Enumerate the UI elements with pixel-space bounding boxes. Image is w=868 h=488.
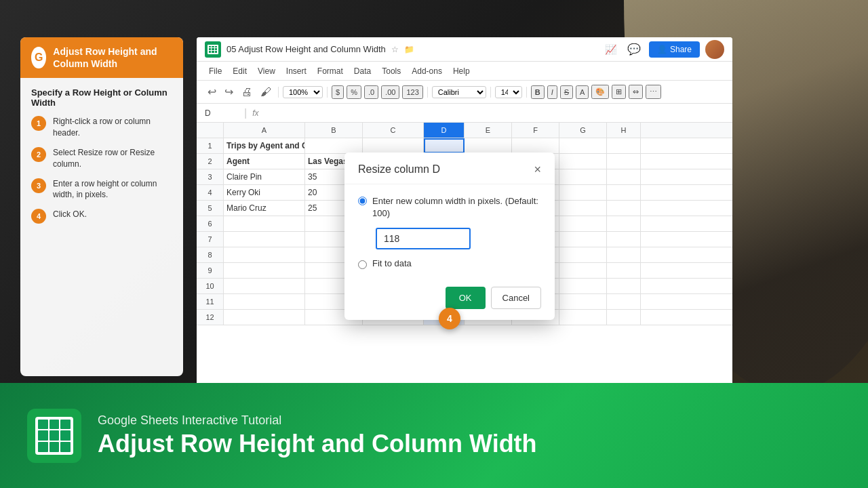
banner-subtitle: Google Sheets Interactive Tutorial <box>98 413 537 428</box>
cell-g3[interactable] <box>559 169 607 184</box>
cell-g1[interactable] <box>559 138 607 153</box>
cell-g5[interactable] <box>559 201 607 216</box>
cell-h3[interactable] <box>607 169 641 184</box>
cell-g4[interactable] <box>559 185 607 200</box>
paint-format-button[interactable]: 🖌 <box>258 85 274 100</box>
share-button[interactable]: 👤 Share <box>649 41 700 58</box>
cell-e1[interactable] <box>465 138 512 153</box>
fill-color-button[interactable]: 🎨 <box>591 85 609 99</box>
banner-icon-cell-5 <box>50 430 60 441</box>
bold-button[interactable]: B <box>531 85 545 99</box>
cell-a2[interactable]: Agent <box>224 154 305 169</box>
redo-button[interactable]: ↪ <box>222 84 236 100</box>
col-header-g[interactable]: G <box>559 123 607 138</box>
col-header-c[interactable]: C <box>363 123 424 138</box>
pixel-radio-input[interactable] <box>358 197 367 205</box>
cell-a12[interactable] <box>224 310 305 325</box>
menu-format[interactable]: Format <box>313 65 347 77</box>
cell-g6[interactable] <box>559 216 607 231</box>
cell-a6[interactable] <box>224 216 305 231</box>
decimal-up-button[interactable]: .00 <box>381 85 399 99</box>
currency-button[interactable]: $ <box>332 85 344 99</box>
banner-icon-cell-9 <box>60 442 71 452</box>
cell-h1[interactable] <box>607 138 641 153</box>
font-size-select[interactable]: 14 <box>495 86 522 98</box>
percent-button[interactable]: % <box>347 85 361 99</box>
cell-h7[interactable] <box>607 232 641 247</box>
cell-h9[interactable] <box>607 263 641 278</box>
menu-view[interactable]: View <box>254 65 279 77</box>
cell-a1[interactable]: Trips by Agent and City <box>224 138 305 153</box>
cell-h5[interactable] <box>607 201 641 216</box>
cell-a9[interactable] <box>224 263 305 278</box>
more-button[interactable]: ⋯ <box>646 85 661 99</box>
dialog-close-button[interactable]: × <box>534 163 541 176</box>
cell-h4[interactable] <box>607 185 641 200</box>
cell-d1[interactable] <box>424 138 465 153</box>
cell-h2[interactable] <box>607 154 641 169</box>
cell-a11[interactable] <box>224 294 305 309</box>
cell-c1[interactable] <box>363 138 424 153</box>
star-icon[interactable]: ☆ <box>391 45 399 54</box>
cell-h11[interactable] <box>607 294 641 309</box>
cell-g10[interactable] <box>559 279 607 293</box>
font-select[interactable]: Calibri <box>432 86 486 98</box>
cell-f1[interactable] <box>512 138 559 153</box>
cell-h6[interactable] <box>607 216 641 231</box>
col-header-a[interactable]: A <box>224 123 305 138</box>
cancel-button[interactable]: Cancel <box>491 287 541 309</box>
folder-icon[interactable]: 📁 <box>404 45 414 54</box>
strikethrough-button[interactable]: S <box>560 85 573 99</box>
col-header-d[interactable]: D <box>424 123 465 138</box>
cell-g7[interactable] <box>559 232 607 247</box>
toolbar-separator-5 <box>526 87 527 98</box>
step-text-3: Enter a row height or column width, in p… <box>53 178 172 201</box>
comment-button[interactable]: 💬 <box>625 41 644 57</box>
cell-g12[interactable] <box>559 310 607 325</box>
sheets-topbar: 05 Adjust Row Height and Column Width ☆ … <box>197 37 732 62</box>
pixel-value-input[interactable] <box>376 228 471 249</box>
borders-button[interactable]: ⊞ <box>612 85 626 99</box>
col-header-f[interactable]: F <box>512 123 559 138</box>
italic-button[interactable]: I <box>547 85 557 99</box>
formula-bar: D | fx <box>197 104 732 123</box>
format-button[interactable]: 123 <box>402 85 422 99</box>
menu-file[interactable]: File <box>205 65 226 77</box>
sidebar-title: Adjust Row Height and Column Width <box>53 45 172 70</box>
menu-data[interactable]: Data <box>350 65 375 77</box>
merge-button[interactable]: ⇔ <box>629 85 643 99</box>
col-header-h[interactable]: H <box>607 123 641 138</box>
zoom-select[interactable]: 100% <box>283 86 323 98</box>
menu-tools[interactable]: Tools <box>378 65 405 77</box>
menu-insert[interactable]: Insert <box>282 65 311 77</box>
cell-a10[interactable] <box>224 279 305 293</box>
undo-button[interactable]: ↩ <box>205 84 219 100</box>
ok-button[interactable]: OK <box>446 287 486 309</box>
text-color-button[interactable]: A <box>576 85 589 99</box>
cell-g2[interactable] <box>559 154 607 169</box>
col-header-e[interactable]: E <box>465 123 512 138</box>
step-text-1: Right-click a row or column header. <box>53 116 172 139</box>
cell-h12[interactable] <box>607 310 641 325</box>
cell-h8[interactable] <box>607 247 641 262</box>
row-num-1: 1 <box>197 138 224 153</box>
menu-help[interactable]: Help <box>449 65 474 77</box>
cell-a8[interactable] <box>224 247 305 262</box>
cell-g11[interactable] <box>559 294 607 309</box>
cell-a4[interactable]: Kerry Oki <box>224 185 305 200</box>
cell-a7[interactable] <box>224 232 305 247</box>
cell-a5[interactable]: Mario Cruz <box>224 201 305 216</box>
fit-radio-input[interactable] <box>358 260 367 269</box>
chart-button[interactable]: 📈 <box>602 43 619 56</box>
cell-b1[interactable] <box>305 138 363 153</box>
cell-g9[interactable] <box>559 263 607 278</box>
row-num-10: 10 <box>197 279 224 293</box>
print-button[interactable]: 🖨 <box>239 85 255 100</box>
menu-addons[interactable]: Add-ons <box>408 65 446 77</box>
cell-h10[interactable] <box>607 279 641 293</box>
menu-edit[interactable]: Edit <box>229 65 251 77</box>
cell-a3[interactable]: Claire Pin <box>224 169 305 184</box>
decimal-down-button[interactable]: .0 <box>364 85 378 99</box>
cell-g8[interactable] <box>559 247 607 262</box>
col-header-b[interactable]: B <box>305 123 363 138</box>
